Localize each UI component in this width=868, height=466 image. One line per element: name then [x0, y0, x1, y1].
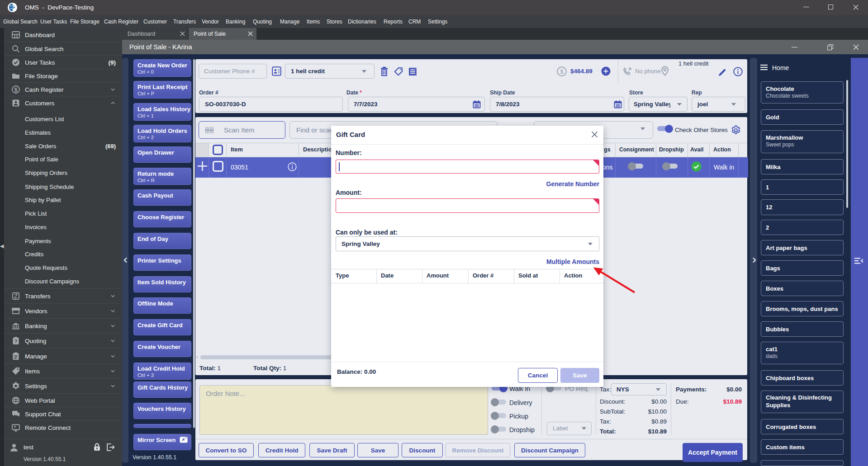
svg-text:?: ?: [14, 339, 17, 344]
svg-text:$: $: [14, 86, 18, 93]
svg-text:$: $: [560, 68, 564, 75]
